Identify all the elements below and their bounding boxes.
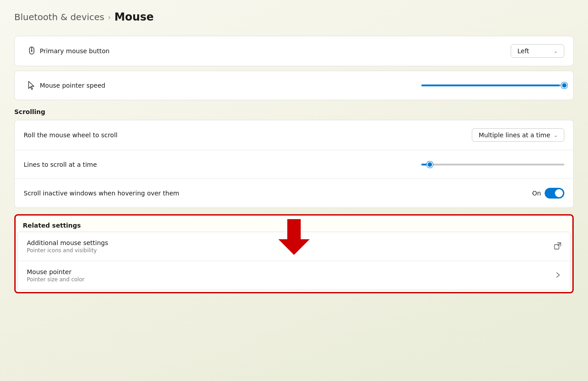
chevron-right-icon (555, 272, 561, 279)
chevron-down-icon-2: ⌄ (554, 133, 558, 138)
lines-to-scroll-label: Lines to scroll at a time (24, 161, 421, 168)
toggle-knob (555, 189, 563, 197)
additional-mouse-settings-row[interactable]: Additional mouse settings Pointer icons … (18, 232, 570, 261)
external-link-icon (554, 242, 561, 251)
scroll-inactive-label: Scroll inactive windows when hovering ov… (24, 190, 532, 197)
pointer-speed-slider[interactable] (421, 81, 564, 90)
primary-mouse-button-dropdown[interactable]: Left ⌄ (511, 44, 564, 58)
roll-mouse-wheel-value: Multiple lines at a time (479, 131, 550, 139)
breadcrumb-current: Mouse (114, 11, 154, 23)
lines-to-scroll-control (421, 160, 564, 169)
svg-point-2 (31, 50, 33, 52)
additional-mouse-settings-title: Additional mouse settings (27, 239, 554, 246)
scroll-inactive-control: On (532, 188, 564, 199)
primary-mouse-button-card: Primary mouse button Left ⌄ (14, 36, 574, 66)
scrolling-card: Roll the mouse wheel to scroll Multiple … (14, 120, 574, 208)
breadcrumb-parent[interactable]: Bluetooth & devices (14, 12, 105, 22)
mouse-pointer-speed-label: Mouse pointer speed (40, 82, 421, 89)
lines-to-scroll-row: Lines to scroll at a time (15, 150, 573, 179)
mouse-pointer-speed-control (421, 81, 564, 90)
scroll-inactive-state: On (532, 190, 541, 197)
chevron-down-icon: ⌄ (554, 49, 558, 54)
mouse-pointer-subtitle: Pointer size and color (27, 276, 555, 283)
scroll-inactive-toggle[interactable] (545, 188, 564, 199)
mouse-pointer-text: Mouse pointer Pointer size and color (27, 268, 555, 283)
related-settings-card: Additional mouse settings Pointer icons … (17, 232, 571, 290)
mouse-pointer-title: Mouse pointer (27, 268, 555, 275)
scrolling-section-heading: Scrolling (14, 108, 574, 115)
primary-mouse-button-control: Left ⌄ (511, 44, 564, 58)
breadcrumb: Bluetooth & devices › Mouse (14, 11, 574, 23)
mouse-pointer-speed-row: Mouse pointer speed (15, 71, 573, 100)
cursor-icon (24, 80, 40, 90)
roll-mouse-wheel-label: Roll the mouse wheel to scroll (24, 131, 472, 139)
mouse-icon (24, 46, 40, 56)
breadcrumb-separator: › (108, 13, 111, 21)
mouse-pointer-speed-card: Mouse pointer speed (14, 71, 574, 100)
roll-mouse-wheel-row: Roll the mouse wheel to scroll Multiple … (15, 120, 573, 150)
lines-scroll-slider[interactable] (421, 160, 564, 169)
roll-mouse-wheel-control: Multiple lines at a time ⌄ (472, 128, 564, 142)
related-settings-section: Related settings Additional mouse settin… (14, 214, 574, 293)
svg-marker-3 (29, 81, 34, 89)
primary-mouse-button-row: Primary mouse button Left ⌄ (15, 36, 573, 66)
mouse-pointer-row[interactable]: Mouse pointer Pointer size and color (18, 261, 570, 290)
additional-mouse-settings-text: Additional mouse settings Pointer icons … (27, 239, 554, 254)
scroll-inactive-row: Scroll inactive windows when hovering ov… (15, 179, 573, 207)
additional-mouse-settings-subtitle: Pointer icons and visibility (27, 247, 554, 254)
related-settings-heading: Related settings (17, 217, 571, 232)
primary-mouse-button-label: Primary mouse button (40, 47, 511, 55)
primary-mouse-button-value: Left (517, 47, 529, 55)
roll-mouse-wheel-dropdown[interactable]: Multiple lines at a time ⌄ (472, 128, 564, 142)
scroll-inactive-toggle-wrapper: On (532, 188, 564, 199)
